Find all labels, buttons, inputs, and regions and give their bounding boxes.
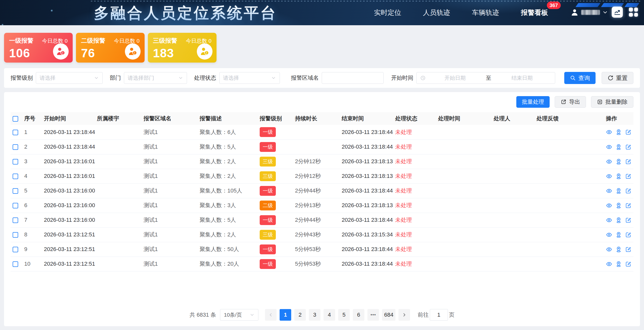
location-icon[interactable] [615, 173, 622, 180]
location-icon[interactable] [615, 217, 622, 224]
apps-grid-icon[interactable] [628, 7, 639, 18]
monitor-chart-icon[interactable] [612, 7, 623, 18]
start-date-placeholder: 开始日期 [426, 74, 485, 81]
cell-status: 未处理 [393, 227, 436, 242]
row-checkbox[interactable] [13, 130, 18, 135]
row-checkbox[interactable] [13, 247, 18, 252]
edit-icon[interactable] [625, 246, 631, 253]
page-button-4[interactable]: 4 [324, 309, 335, 321]
person-alert-icon: ! [125, 43, 141, 60]
row-checkbox[interactable] [13, 217, 18, 223]
location-icon[interactable] [615, 202, 622, 209]
col-handler: 处理人 [492, 112, 534, 125]
eye-icon[interactable] [606, 144, 612, 150]
svg-text:!: ! [206, 51, 207, 55]
nav-item-realtime[interactable]: 实时定位 [374, 8, 401, 17]
cell-area: 测试1 [142, 242, 198, 257]
cell-index: 9 [22, 242, 42, 257]
edit-icon[interactable] [625, 158, 631, 165]
pager: 123456•••684 [265, 309, 410, 321]
edit-icon[interactable] [625, 261, 631, 267]
search-button[interactable]: 查询 [564, 72, 596, 84]
location-icon[interactable] [615, 144, 622, 150]
cell-duration [293, 125, 340, 140]
page-button-684[interactable]: 684 [382, 309, 395, 321]
cell-checkbox [11, 154, 22, 169]
handle-status-select[interactable]: 请选择 [219, 72, 280, 84]
eye-icon[interactable] [606, 261, 612, 267]
goto-page-input[interactable] [430, 309, 448, 321]
edit-icon[interactable] [625, 129, 631, 135]
export-button[interactable]: 导出 [555, 96, 586, 108]
department-select[interactable]: 请选择部门 [124, 72, 187, 84]
cell-handler [492, 227, 534, 242]
eye-icon[interactable] [606, 217, 612, 224]
eye-icon[interactable] [606, 246, 612, 253]
card-today-total: 今日总数 0 [42, 37, 68, 44]
page-button-2[interactable]: 2 [294, 309, 306, 321]
page-button-6[interactable]: 6 [353, 309, 364, 321]
edit-icon[interactable] [625, 144, 631, 150]
cell-status: 未处理 [393, 125, 436, 140]
pager-ellipsis[interactable]: ••• [367, 309, 379, 321]
cell-checkbox [11, 242, 22, 257]
location-icon[interactable] [615, 246, 622, 253]
cell-status: 未处理 [393, 242, 436, 257]
edit-icon[interactable] [625, 187, 631, 194]
cell-feedback [534, 198, 604, 213]
nav-item-vehicle-track[interactable]: 车辆轨迹 [472, 8, 499, 17]
next-page-button[interactable] [398, 309, 410, 321]
batch-handle-button[interactable]: 批量处理 [516, 96, 550, 108]
nav-item-alarm-board[interactable]: 报警看板 367 [521, 8, 548, 17]
cell-checkbox [11, 257, 22, 271]
cell-actions [604, 183, 633, 198]
row-checkbox[interactable] [13, 261, 18, 267]
svg-text:!: ! [62, 51, 63, 55]
location-icon[interactable] [615, 158, 622, 165]
user-menu[interactable] [570, 8, 608, 17]
row-checkbox[interactable] [13, 203, 18, 208]
prev-page-button[interactable] [265, 309, 277, 321]
select-all-checkbox[interactable] [13, 116, 18, 122]
page-button-5[interactable]: 5 [338, 309, 350, 321]
alarm-level-select[interactable]: 请选择 [36, 72, 103, 84]
card-level-label: 二级报警 [81, 37, 105, 45]
cell-building [95, 183, 142, 198]
page-button-1[interactable]: 1 [280, 309, 291, 321]
eye-icon[interactable] [606, 202, 612, 209]
cell-level: 三级 [258, 227, 293, 242]
batch-delete-button[interactable]: 批量删除 [591, 96, 633, 108]
main-nav: 实时定位 人员轨迹 车辆轨迹 报警看板 367 [374, 0, 548, 25]
eye-icon[interactable] [606, 158, 612, 165]
location-icon[interactable] [615, 129, 622, 135]
edit-icon[interactable] [625, 217, 631, 224]
cell-area: 测试1 [142, 198, 198, 213]
page-button-3[interactable]: 3 [309, 309, 320, 321]
chevron-left-icon [269, 313, 273, 317]
row-checkbox[interactable] [13, 188, 18, 194]
location-icon[interactable] [615, 261, 622, 267]
table-row: 4 2026-03-11 23:16:01 测试1 聚集人数：2人 三级 2分钟… [11, 169, 633, 183]
eye-icon[interactable] [606, 129, 612, 135]
row-checkbox[interactable] [13, 174, 18, 179]
alarm-card-level2: 二级报警 今日总数 0 76 ! [76, 33, 145, 63]
area-name-input[interactable] [322, 72, 384, 84]
eye-icon[interactable] [606, 231, 612, 238]
level-badge: 一级 [260, 259, 276, 269]
cell-status: 未处理 [393, 183, 436, 198]
page-size-select[interactable]: 10条/页 [220, 309, 258, 321]
eye-icon[interactable] [606, 173, 612, 180]
edit-icon[interactable] [625, 173, 631, 180]
location-icon[interactable] [615, 231, 622, 238]
row-checkbox[interactable] [13, 232, 18, 238]
reset-button[interactable]: 重置 [602, 72, 633, 84]
edit-icon[interactable] [625, 202, 631, 209]
eye-icon[interactable] [606, 187, 612, 194]
edit-icon[interactable] [625, 231, 631, 238]
nav-item-person-track[interactable]: 人员轨迹 [423, 8, 450, 17]
location-icon[interactable] [615, 187, 622, 194]
row-checkbox[interactable] [13, 144, 18, 150]
date-range-picker[interactable]: 开始日期 至 结束日期 [416, 72, 555, 84]
cell-actions [604, 154, 633, 169]
row-checkbox[interactable] [13, 159, 18, 164]
